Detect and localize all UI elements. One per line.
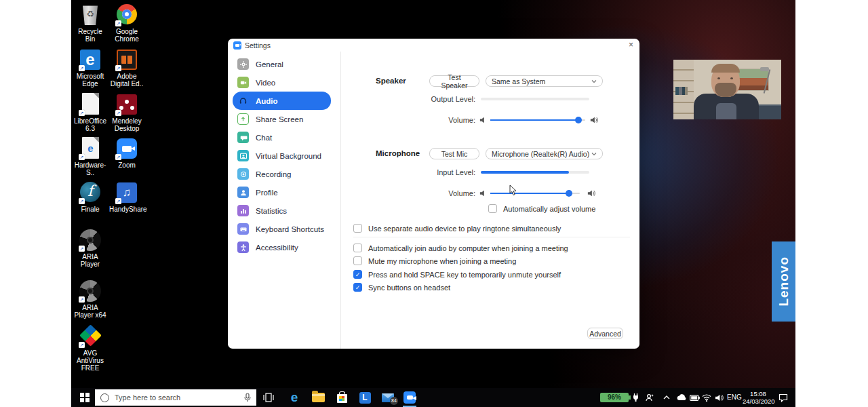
- microphone-device-value: Microphone (Realtek(R) Audio): [492, 150, 589, 158]
- desktop-icon-aria-player[interactable]: ↗ ARIA Player: [73, 229, 108, 268]
- sidebar-item-statistics[interactable]: Statistics: [233, 201, 331, 220]
- sidebar-item-label: Video: [256, 79, 275, 87]
- speaker-device-dropdown[interactable]: Same as System: [486, 75, 603, 87]
- desktop-icon-label: Mendeley Desktop: [109, 117, 144, 132]
- desktop-icon-label: Finale: [73, 206, 108, 213]
- sidebar-item-label: Statistics: [256, 207, 287, 215]
- lamp-shade: [760, 67, 769, 71]
- taskbar-edge-button[interactable]: e: [285, 388, 304, 407]
- auto-join-audio-checkbox[interactable]: [353, 244, 362, 252]
- slider-fill: [490, 119, 578, 121]
- mic-volume-slider[interactable]: [490, 193, 580, 194]
- share-screen-icon: [237, 113, 249, 125]
- action-center-button[interactable]: [775, 388, 791, 407]
- sidebar-item-label: Keyboard Shortcuts: [256, 225, 324, 233]
- taskbar-l-app-button[interactable]: L: [355, 388, 374, 407]
- camera-icon: [122, 146, 132, 152]
- sidebar-item-keyboard-shortcuts[interactable]: Keyboard Shortcuts: [233, 220, 331, 238]
- sidebar-item-virtual-background[interactable]: Virtual Background: [233, 147, 331, 165]
- microphone-device-dropdown[interactable]: Microphone (Realtek(R) Audio): [486, 148, 603, 159]
- sidebar-item-label: Audio: [256, 97, 278, 105]
- close-icon[interactable]: ×: [629, 40, 633, 50]
- shortcut-arrow-icon: ↗: [79, 246, 85, 252]
- desktop-icon-mendeley[interactable]: ↗ Mendeley Desktop: [109, 93, 144, 132]
- slider-knob[interactable]: [575, 117, 582, 123]
- sidebar-item-video[interactable]: Video: [233, 73, 331, 92]
- taskbar-file-explorer-button[interactable]: [309, 388, 328, 407]
- battery-percent-badge[interactable]: 96%: [600, 393, 629, 402]
- mute-mic-checkbox[interactable]: [353, 256, 362, 265]
- shortcut-arrow-icon: ↗: [115, 154, 121, 160]
- desktop-icon-aria-player-x64[interactable]: ↗ ARIA Player x64: [73, 279, 108, 319]
- books: [675, 87, 688, 95]
- recycle-bin-icon: [82, 4, 98, 25]
- speaker-volume-label: Volume:: [382, 115, 475, 125]
- desktop-icon-label: Google Chrome: [109, 28, 144, 43]
- taskbar: Type here to search e L 84 96%: [71, 388, 795, 407]
- sidebar-item-chat[interactable]: Chat: [233, 128, 331, 147]
- taskbar-zoom-button[interactable]: [400, 388, 419, 407]
- sidebar-item-general[interactable]: General: [233, 55, 331, 73]
- accessibility-icon: [237, 241, 249, 253]
- taskbar-mail-button[interactable]: 84: [378, 388, 397, 407]
- desktop-icon-hardware-s[interactable]: e ↗ Hardware-S..: [73, 137, 108, 176]
- people-button[interactable]: [642, 388, 657, 407]
- desktop-icon-avg-antivirus[interactable]: ↗ AVG AntiVirus FREE: [73, 325, 108, 372]
- option-label: Automatically join audio by computer whe…: [368, 244, 568, 252]
- sidebar-item-label: Accessibility: [256, 244, 298, 252]
- clock[interactable]: 15:08 24/03/2020: [743, 390, 774, 405]
- tray-expand-button[interactable]: [660, 388, 673, 407]
- test-mic-button[interactable]: Test Mic: [429, 148, 479, 159]
- taskbar-search[interactable]: Type here to search: [95, 389, 256, 406]
- desktop-icon-handyshare[interactable]: ♫ ↗ HandyShare: [109, 181, 144, 213]
- desktop-icon-finale[interactable]: f ↗ Finale: [73, 181, 108, 213]
- desktop-icon-libreoffice[interactable]: ↗ LibreOffice 6.3: [73, 93, 108, 132]
- window-title: Settings: [245, 41, 271, 50]
- search-placeholder: Type here to search: [115, 393, 239, 402]
- desktop-icon-label: Zoom: [109, 161, 144, 169]
- camera-icon: [407, 395, 413, 400]
- sidebar-item-accessibility[interactable]: Accessibility: [233, 238, 331, 256]
- gear-icon: [237, 58, 249, 70]
- sidebar-item-profile[interactable]: Profile: [233, 183, 331, 201]
- window-titlebar[interactable]: Settings ×: [228, 39, 639, 52]
- desktop-icon-recycle-bin[interactable]: Recycle Bin: [73, 3, 108, 43]
- space-unmute-checkbox[interactable]: [353, 270, 362, 279]
- desktop-icon-label: Microsoft Edge: [73, 73, 108, 88]
- desktop-icon-microsoft-edge[interactable]: e ↗ Microsoft Edge: [73, 48, 108, 88]
- ringtone-device-checkbox[interactable]: [353, 224, 362, 233]
- desktop-icon-google-chrome[interactable]: ↗ Google Chrome: [109, 3, 144, 43]
- advanced-button[interactable]: Advanced: [587, 328, 623, 339]
- task-view-button[interactable]: [259, 388, 278, 407]
- keyboard-icon: [237, 223, 249, 235]
- taskbar-store-button[interactable]: [332, 388, 351, 407]
- desktop-icon-adobe-digital-editions[interactable]: ↗ Adobe Digital Ed..: [109, 48, 144, 88]
- microsoft-store-icon: [337, 394, 347, 403]
- option-row: Use separate audio device to play ringto…: [353, 224, 561, 233]
- start-button[interactable]: [75, 388, 94, 407]
- divider: [353, 237, 630, 237]
- option-row: Press and hold SPACE key to temporarily …: [353, 270, 561, 279]
- sync-headset-checkbox[interactable]: [353, 283, 362, 292]
- desktop-icon-label: Adobe Digital Ed..: [109, 73, 144, 88]
- tray-time: 15:08: [743, 390, 774, 398]
- speaker-volume-slider[interactable]: [490, 119, 585, 121]
- volume-icon[interactable]: [712, 388, 726, 407]
- slider-knob[interactable]: [566, 190, 572, 197]
- wifi-icon[interactable]: [700, 388, 713, 407]
- shortcut-arrow-icon: ↗: [79, 154, 85, 160]
- desktop-icon-zoom[interactable]: ↗ Zoom: [109, 137, 144, 169]
- sidebar-item-label: General: [256, 60, 283, 69]
- auto-adjust-checkbox[interactable]: [488, 204, 497, 213]
- zoom-app-icon: [233, 41, 241, 50]
- input-level-label: Input Level:: [382, 168, 475, 177]
- language-indicator[interactable]: ENG: [727, 388, 742, 407]
- sidebar-item-share-screen[interactable]: Share Screen: [233, 110, 331, 128]
- video-frame: Recycle Bin ↗ Google Chrome e ↗ Microsof…: [71, 0, 795, 407]
- option-label: Mute my microphone when joining a meetin…: [368, 257, 516, 265]
- output-level-meter: [481, 98, 589, 100]
- sidebar-item-recording[interactable]: Recording: [233, 165, 331, 183]
- test-speaker-button[interactable]: Test Speaker: [429, 75, 479, 87]
- shortcut-arrow-icon: ↗: [115, 110, 121, 116]
- sidebar-item-audio[interactable]: Audio: [233, 92, 331, 110]
